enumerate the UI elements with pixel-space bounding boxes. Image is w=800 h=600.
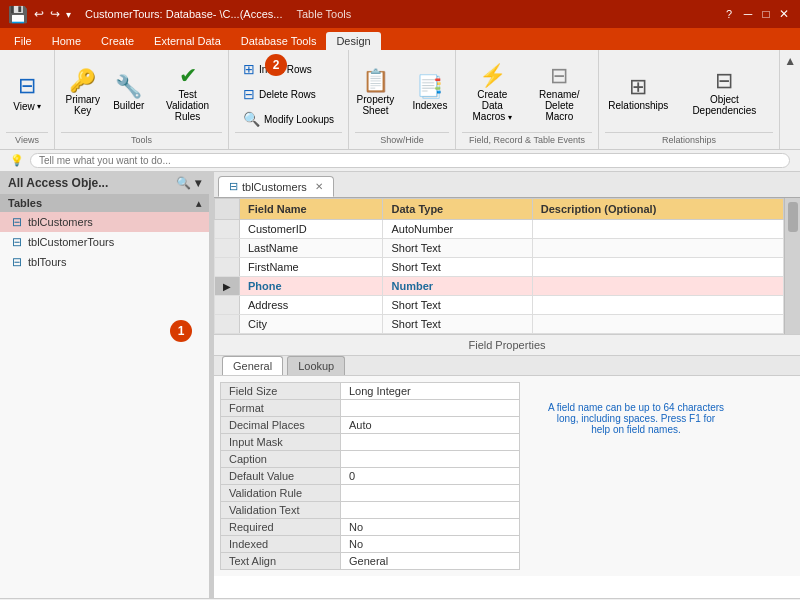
prop-label-9: Indexed — [221, 536, 341, 553]
rename-macro-label: Rename/Delete Macro — [534, 89, 585, 122]
field-table: Field Name Data Type Description (Option… — [214, 198, 784, 334]
primary-key-button[interactable]: 🔑 PrimaryKey — [61, 64, 104, 120]
delete-rows-icon: ⊟ — [243, 86, 255, 102]
property-sheet-button[interactable]: 📋 PropertySheet — [350, 64, 402, 120]
help-icon[interactable]: ? — [720, 6, 738, 22]
field-name-5[interactable]: City — [240, 315, 383, 334]
description-2[interactable] — [532, 258, 783, 277]
description-4[interactable] — [532, 296, 783, 315]
tab-create[interactable]: Create — [91, 32, 144, 50]
data-type-1[interactable]: Short Text — [383, 239, 532, 258]
field-name-1[interactable]: LastName — [240, 239, 383, 258]
nav-item-tbltours[interactable]: ⊟ tblTours — [0, 252, 209, 272]
minimize-btn[interactable]: ─ — [740, 6, 756, 22]
modify-lookups-label: Modify Lookups — [264, 114, 334, 125]
prop-value-8[interactable]: No — [341, 519, 520, 536]
tab-external-data[interactable]: External Data — [144, 32, 231, 50]
table-row[interactable]: CustomerIDAutoNumber — [215, 220, 784, 239]
property-sheet-icon: 📋 — [362, 68, 389, 94]
table-row[interactable]: AddressShort Text — [215, 296, 784, 315]
description-3[interactable] — [532, 277, 783, 296]
undo-btn[interactable]: ↩ — [34, 7, 44, 21]
object-dependencies-button[interactable]: ⊟ Object Dependencies — [676, 64, 774, 120]
field-name-0[interactable]: CustomerID — [240, 220, 383, 239]
field-name-2[interactable]: FirstName — [240, 258, 383, 277]
relationships-button[interactable]: ⊞ Relationships — [605, 70, 671, 115]
rename-delete-macro-button[interactable]: ⊟ Rename/Delete Macro — [527, 59, 592, 126]
lightbulb-icon: 💡 — [10, 154, 24, 167]
prop-label-3: Input Mask — [221, 434, 341, 451]
relationships-icon: ⊞ — [629, 74, 647, 100]
property-row: Field SizeLong Integer — [221, 383, 520, 400]
ribbon-group-insert-delete: 2 ⊞ Insert Rows ⊟ Delete Rows 🔍 Modify L… — [229, 50, 349, 149]
prop-value-2[interactable]: Auto — [341, 417, 520, 434]
table-icon-2: ⊟ — [12, 235, 22, 249]
test-validation-button[interactable]: ✔ Test ValidationRules — [153, 59, 222, 126]
data-type-4[interactable]: Short Text — [383, 296, 532, 315]
row-header-selector — [215, 199, 240, 220]
delete-rows-button[interactable]: ⊟ Delete Rows — [237, 83, 340, 105]
tab-file[interactable]: File — [4, 32, 42, 50]
data-type-3[interactable]: Number — [383, 277, 532, 296]
main-area: All Access Obje... 🔍 ▾ Tables ▴ ⊟ tblCus… — [0, 172, 800, 598]
view-button[interactable]: ⊟ View ▾ — [6, 69, 48, 116]
test-validation-icon: ✔ — [179, 63, 197, 89]
prop-value-1[interactable] — [341, 400, 520, 417]
field-properties: Field Properties General Lookup Field Si… — [214, 334, 800, 576]
table-row[interactable]: ▶PhoneNumber — [215, 277, 784, 296]
indexes-button[interactable]: 📑 Indexes — [405, 70, 454, 115]
insert-rows-icon: ⊞ — [243, 61, 255, 77]
data-type-0[interactable]: AutoNumber — [383, 220, 532, 239]
description-0[interactable] — [532, 220, 783, 239]
data-type-5[interactable]: Short Text — [383, 315, 532, 334]
nav-item-tblcustomertours[interactable]: ⊟ tblCustomerTours — [0, 232, 209, 252]
prop-value-9[interactable]: No — [341, 536, 520, 553]
prop-value-0[interactable]: Long Integer — [341, 383, 520, 400]
properties-tab-lookup[interactable]: Lookup — [287, 356, 345, 375]
create-data-macros-button[interactable]: ⚡ Create DataMacros ▾ — [462, 59, 523, 126]
prop-value-5[interactable]: 0 — [341, 468, 520, 485]
redo-btn[interactable]: ↪ — [50, 7, 60, 21]
field-name-3[interactable]: Phone — [240, 277, 383, 296]
description-5[interactable] — [532, 315, 783, 334]
ribbon-collapse-btn[interactable]: ▲ — [784, 54, 796, 68]
insert-rows-button[interactable]: ⊞ Insert Rows — [237, 58, 340, 80]
scroll-thumb[interactable] — [788, 202, 798, 232]
table-scrollbar[interactable] — [784, 198, 800, 334]
tab-home[interactable]: Home — [42, 32, 91, 50]
field-name-4[interactable]: Address — [240, 296, 383, 315]
nav-pane-search-icon[interactable]: 🔍 — [176, 176, 191, 190]
prop-value-6[interactable] — [341, 485, 520, 502]
ribbon-tab-bar: File Home Create External Data Database … — [0, 28, 800, 50]
property-row: Decimal PlacesAuto — [221, 417, 520, 434]
prop-value-10[interactable]: General — [341, 553, 520, 570]
close-btn[interactable]: ✕ — [776, 6, 792, 22]
nav-section-chevron[interactable]: ▴ — [196, 198, 201, 209]
context-title: Table Tools — [296, 8, 351, 20]
tab-database-tools[interactable]: Database Tools — [231, 32, 327, 50]
title-text: CustomerTours: Database- \C...(Acces... — [85, 8, 282, 20]
nav-section-tables: Tables ▴ — [0, 194, 209, 212]
nav-pane-chevron[interactable]: ▾ — [195, 176, 201, 190]
tell-me-input[interactable] — [30, 153, 790, 168]
description-1[interactable] — [532, 239, 783, 258]
maximize-btn[interactable]: □ — [758, 6, 774, 22]
builder-button[interactable]: 🔧 Builder — [108, 70, 149, 115]
tab-design[interactable]: Design — [326, 32, 380, 50]
table-row[interactable]: CityShort Text — [215, 315, 784, 334]
indexes-label: Indexes — [412, 100, 447, 111]
customize-arrow[interactable]: ▾ — [66, 9, 71, 20]
table-row[interactable]: LastNameShort Text — [215, 239, 784, 258]
nav-item-tblcustomers[interactable]: ⊟ tblCustomers — [0, 212, 209, 232]
table-tab-icon: ⊟ — [229, 180, 238, 193]
properties-tab-general[interactable]: General — [222, 356, 283, 375]
table-row[interactable]: FirstNameShort Text — [215, 258, 784, 277]
table-tab-tblcustomers[interactable]: ⊟ tblCustomers ✕ — [218, 176, 334, 197]
data-type-2[interactable]: Short Text — [383, 258, 532, 277]
modify-lookups-button[interactable]: 🔍 Modify Lookups — [237, 108, 340, 130]
prop-value-7[interactable] — [341, 502, 520, 519]
prop-value-4[interactable] — [341, 451, 520, 468]
views-group-label: Views — [6, 132, 48, 145]
table-tab-close[interactable]: ✕ — [315, 181, 323, 192]
prop-value-3[interactable] — [341, 434, 520, 451]
